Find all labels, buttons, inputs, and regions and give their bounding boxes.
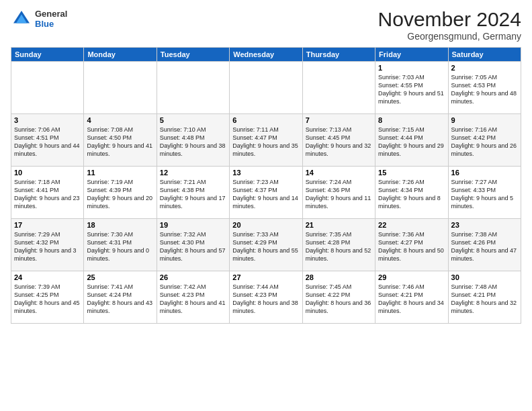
day-info: Sunrise: 7:45 AM Sunset: 4:22 PM Dayligh…: [306, 283, 372, 316]
calendar-header-row: SundayMondayTuesdayWednesdayThursdayFrid…: [11, 48, 521, 62]
logo: General Blue: [11, 8, 67, 30]
calendar-cell: 25Sunrise: 7:41 AM Sunset: 4:24 PM Dayli…: [84, 271, 157, 324]
calendar-cell: 30Sunrise: 7:48 AM Sunset: 4:21 PM Dayli…: [448, 271, 521, 324]
calendar-cell: [230, 62, 302, 114]
day-header-friday: Friday: [375, 48, 448, 62]
calendar-cell: 10Sunrise: 7:18 AM Sunset: 4:41 PM Dayli…: [11, 167, 84, 219]
calendar-cell: 12Sunrise: 7:21 AM Sunset: 4:38 PM Dayli…: [157, 167, 229, 219]
day-number: 2: [451, 64, 518, 72]
calendar-cell: [84, 62, 157, 114]
calendar-cell: 24Sunrise: 7:39 AM Sunset: 4:25 PM Dayli…: [11, 271, 84, 324]
day-info: Sunrise: 7:26 AM Sunset: 4:34 PM Dayligh…: [378, 178, 445, 211]
calendar-cell: 3Sunrise: 7:06 AM Sunset: 4:51 PM Daylig…: [11, 114, 84, 167]
day-info: Sunrise: 7:41 AM Sunset: 4:24 PM Dayligh…: [87, 283, 153, 316]
day-number: 15: [378, 169, 445, 177]
day-info: Sunrise: 7:36 AM Sunset: 4:27 PM Dayligh…: [378, 230, 445, 263]
day-number: 13: [232, 169, 299, 177]
calendar-cell: 28Sunrise: 7:45 AM Sunset: 4:22 PM Dayli…: [302, 271, 375, 324]
day-number: 26: [160, 273, 226, 281]
calendar-cell: 22Sunrise: 7:36 AM Sunset: 4:27 PM Dayli…: [375, 219, 448, 271]
day-info: Sunrise: 7:24 AM Sunset: 4:36 PM Dayligh…: [306, 178, 372, 211]
day-number: 18: [87, 221, 153, 229]
day-info: Sunrise: 7:03 AM Sunset: 4:55 PM Dayligh…: [378, 73, 445, 106]
day-info: Sunrise: 7:29 AM Sunset: 4:32 PM Dayligh…: [14, 230, 81, 263]
calendar-cell: 23Sunrise: 7:38 AM Sunset: 4:26 PM Dayli…: [448, 219, 521, 271]
day-number: 17: [14, 221, 81, 229]
day-number: 28: [306, 273, 372, 281]
calendar-table: SundayMondayTuesdayWednesdayThursdayFrid…: [11, 47, 521, 324]
day-number: 23: [451, 221, 518, 229]
day-number: 25: [87, 273, 153, 281]
calendar-cell: 29Sunrise: 7:46 AM Sunset: 4:21 PM Dayli…: [375, 271, 448, 324]
calendar-cell: 8Sunrise: 7:15 AM Sunset: 4:44 PM Daylig…: [375, 114, 448, 167]
calendar-cell: 21Sunrise: 7:35 AM Sunset: 4:28 PM Dayli…: [302, 219, 375, 271]
day-number: 30: [451, 273, 518, 281]
day-number: 22: [378, 221, 445, 229]
day-info: Sunrise: 7:21 AM Sunset: 4:38 PM Dayligh…: [160, 178, 226, 211]
day-info: Sunrise: 7:05 AM Sunset: 4:53 PM Dayligh…: [451, 73, 518, 106]
calendar-cell: 11Sunrise: 7:19 AM Sunset: 4:39 PM Dayli…: [84, 167, 157, 219]
calendar-cell: [157, 62, 229, 114]
calendar-week-2: 3Sunrise: 7:06 AM Sunset: 4:51 PM Daylig…: [11, 114, 521, 167]
day-info: Sunrise: 7:16 AM Sunset: 4:42 PM Dayligh…: [451, 126, 518, 158]
day-number: 19: [160, 221, 226, 229]
day-info: Sunrise: 7:42 AM Sunset: 4:23 PM Dayligh…: [160, 283, 226, 316]
day-info: Sunrise: 7:46 AM Sunset: 4:21 PM Dayligh…: [378, 283, 445, 316]
calendar-cell: 15Sunrise: 7:26 AM Sunset: 4:34 PM Dayli…: [375, 167, 448, 219]
day-info: Sunrise: 7:33 AM Sunset: 4:29 PM Dayligh…: [232, 230, 299, 263]
calendar-cell: 20Sunrise: 7:33 AM Sunset: 4:29 PM Dayli…: [230, 219, 302, 271]
calendar-cell: 2Sunrise: 7:05 AM Sunset: 4:53 PM Daylig…: [448, 62, 521, 114]
day-info: Sunrise: 7:15 AM Sunset: 4:44 PM Dayligh…: [378, 126, 445, 158]
day-number: 9: [451, 116, 518, 124]
calendar-cell: 4Sunrise: 7:08 AM Sunset: 4:50 PM Daylig…: [84, 114, 157, 167]
day-header-monday: Monday: [84, 48, 157, 62]
calendar-cell: 27Sunrise: 7:44 AM Sunset: 4:23 PM Dayli…: [230, 271, 302, 324]
day-info: Sunrise: 7:08 AM Sunset: 4:50 PM Dayligh…: [87, 126, 153, 158]
calendar-cell: 9Sunrise: 7:16 AM Sunset: 4:42 PM Daylig…: [448, 114, 521, 167]
day-number: 4: [87, 116, 153, 124]
day-number: 1: [378, 64, 445, 72]
day-info: Sunrise: 7:19 AM Sunset: 4:39 PM Dayligh…: [87, 178, 153, 211]
day-info: Sunrise: 7:48 AM Sunset: 4:21 PM Dayligh…: [451, 283, 518, 316]
day-info: Sunrise: 7:11 AM Sunset: 4:47 PM Dayligh…: [232, 126, 299, 158]
day-info: Sunrise: 7:39 AM Sunset: 4:25 PM Dayligh…: [14, 283, 81, 316]
calendar-cell: 14Sunrise: 7:24 AM Sunset: 4:36 PM Dayli…: [302, 167, 375, 219]
calendar-cell: 13Sunrise: 7:23 AM Sunset: 4:37 PM Dayli…: [230, 167, 302, 219]
day-number: 14: [306, 169, 372, 177]
day-info: Sunrise: 7:35 AM Sunset: 4:28 PM Dayligh…: [306, 230, 372, 263]
day-number: 10: [14, 169, 81, 177]
day-number: 16: [451, 169, 518, 177]
calendar-week-5: 24Sunrise: 7:39 AM Sunset: 4:25 PM Dayli…: [11, 271, 521, 324]
calendar-cell: 16Sunrise: 7:27 AM Sunset: 4:33 PM Dayli…: [448, 167, 521, 219]
calendar-cell: 17Sunrise: 7:29 AM Sunset: 4:32 PM Dayli…: [11, 219, 84, 271]
day-header-sunday: Sunday: [11, 48, 84, 62]
calendar-cell: 7Sunrise: 7:13 AM Sunset: 4:45 PM Daylig…: [302, 114, 375, 167]
day-header-tuesday: Tuesday: [157, 48, 229, 62]
day-info: Sunrise: 7:32 AM Sunset: 4:30 PM Dayligh…: [160, 230, 226, 263]
calendar-week-3: 10Sunrise: 7:18 AM Sunset: 4:41 PM Dayli…: [11, 167, 521, 219]
title-block: November 2024 Georgensgmund, Germany: [378, 8, 521, 42]
day-header-wednesday: Wednesday: [230, 48, 302, 62]
day-header-saturday: Saturday: [448, 48, 521, 62]
day-info: Sunrise: 7:18 AM Sunset: 4:41 PM Dayligh…: [14, 178, 81, 211]
calendar-week-1: 1Sunrise: 7:03 AM Sunset: 4:55 PM Daylig…: [11, 62, 521, 114]
page: General Blue November 2024 Georgensgmund…: [0, 0, 532, 411]
day-info: Sunrise: 7:13 AM Sunset: 4:45 PM Dayligh…: [306, 126, 372, 158]
day-number: 21: [306, 221, 372, 229]
day-number: 7: [306, 116, 372, 124]
day-info: Sunrise: 7:38 AM Sunset: 4:26 PM Dayligh…: [451, 230, 518, 263]
day-info: Sunrise: 7:44 AM Sunset: 4:23 PM Dayligh…: [232, 283, 299, 316]
calendar-cell: 1Sunrise: 7:03 AM Sunset: 4:55 PM Daylig…: [375, 62, 448, 114]
day-number: 24: [14, 273, 81, 281]
header: General Blue November 2024 Georgensgmund…: [11, 8, 521, 42]
day-info: Sunrise: 7:06 AM Sunset: 4:51 PM Dayligh…: [14, 126, 81, 158]
day-number: 11: [87, 169, 153, 177]
day-number: 8: [378, 116, 445, 124]
subtitle: Georgensgmund, Germany: [378, 31, 521, 42]
calendar-cell: [11, 62, 84, 114]
day-number: 6: [232, 116, 299, 124]
calendar-cell: [302, 62, 375, 114]
calendar-cell: 26Sunrise: 7:42 AM Sunset: 4:23 PM Dayli…: [157, 271, 229, 324]
calendar-cell: 6Sunrise: 7:11 AM Sunset: 4:47 PM Daylig…: [230, 114, 302, 167]
calendar-cell: 18Sunrise: 7:30 AM Sunset: 4:31 PM Dayli…: [84, 219, 157, 271]
